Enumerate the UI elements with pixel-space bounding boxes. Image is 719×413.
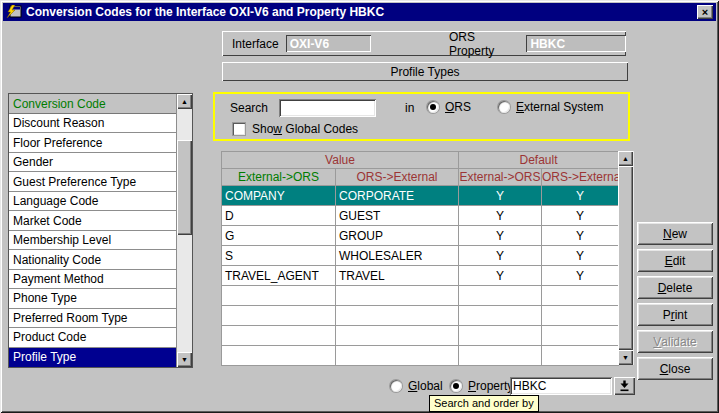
table-cell: Y — [459, 186, 542, 206]
radio-external-icon — [498, 101, 510, 113]
grid-scrollbar[interactable]: ▲ ▼ — [618, 151, 634, 365]
table-row[interactable]: GGROUPYY — [222, 226, 619, 246]
table-cell — [222, 306, 336, 326]
table-cell: CORPORATE — [336, 186, 459, 206]
col-header-ors-external[interactable]: ORS->External — [336, 169, 459, 186]
table-cell: Y — [542, 226, 619, 246]
scroll-up-icon[interactable]: ▲ — [618, 151, 633, 166]
list-item[interactable]: Product Code — [9, 328, 176, 347]
list-item[interactable]: Guest Preference Type — [9, 172, 176, 191]
list-scrollbar-thumb[interactable] — [177, 140, 192, 235]
profile-types-label: Profile Types — [390, 65, 459, 79]
radio-external-system[interactable]: External System — [498, 100, 603, 114]
scroll-down-icon[interactable]: ▼ — [618, 350, 633, 365]
table-cell: Y — [542, 246, 619, 266]
list-item[interactable]: Market Code — [9, 211, 176, 230]
table-row[interactable]: SWHOLESALERYY — [222, 246, 619, 266]
close-button[interactable]: Close — [637, 357, 713, 380]
close-icon[interactable]: × — [697, 5, 713, 19]
table-cell — [336, 326, 459, 346]
list-item[interactable]: Membership Level — [9, 231, 176, 250]
col-header-external-ors[interactable]: External->ORS — [222, 169, 336, 186]
search-panel: Search in ORS External System Show Globa… — [213, 92, 630, 141]
table-cell — [542, 286, 619, 306]
list-item[interactable]: Discount Reason — [9, 114, 176, 133]
group-header-default: Default — [459, 152, 619, 169]
list-item[interactable]: Floor Preference — [9, 133, 176, 152]
col-header-default-external-ors[interactable]: External->ORS — [459, 169, 542, 186]
scroll-down-icon[interactable]: ▼ — [177, 352, 192, 367]
table-row[interactable]: COMPANYCORPORATEYY — [222, 186, 619, 206]
table-cell: GROUP — [336, 226, 459, 246]
titlebar[interactable]: Conversion Codes for the Interface OXI-V… — [3, 3, 716, 21]
radio-ors[interactable]: ORS — [427, 100, 471, 114]
list-item[interactable]: Nationality Code — [9, 250, 176, 269]
table-cell: TRAVEL — [336, 266, 459, 286]
radio-property[interactable]: Property — [450, 379, 513, 393]
table-row — [222, 306, 619, 326]
new-button[interactable]: New — [637, 222, 713, 245]
radio-global-label: Global — [408, 379, 443, 393]
validate-button: Validate — [637, 330, 713, 353]
table-cell — [542, 326, 619, 346]
list-scrollbar[interactable]: ▲ ▼ — [176, 94, 192, 367]
table-row — [222, 286, 619, 306]
conversion-code-list: Conversion Code Discount ReasonFloor Pre… — [8, 93, 193, 368]
interface-label: Interface — [232, 37, 279, 51]
interface-panel: Interface OXI-V6 ORS Property HBKC — [222, 31, 626, 56]
radio-property-icon — [450, 380, 462, 392]
radio-ors-label: ORS — [445, 100, 471, 114]
table-cell: D — [222, 206, 336, 226]
table-cell: Y — [542, 206, 619, 226]
table-cell: Y — [459, 266, 542, 286]
table-cell: S — [222, 246, 336, 266]
search-label: Search — [230, 101, 268, 115]
table-cell — [336, 346, 459, 366]
show-global-codes-label: Show Global Codes — [252, 122, 358, 136]
ors-property-value-field: HBKC — [526, 35, 626, 52]
table-cell — [459, 346, 542, 366]
list-item[interactable]: Preferred Room Type — [9, 309, 176, 328]
table-cell — [336, 306, 459, 326]
ors-property-label: ORS Property — [449, 30, 520, 58]
scroll-up-icon[interactable]: ▲ — [177, 94, 192, 109]
table-row[interactable]: TRAVEL_AGENTTRAVELYY — [222, 266, 619, 286]
group-header-value: Value — [222, 152, 459, 169]
list-item[interactable]: Language Code — [9, 192, 176, 211]
list-item[interactable]: Payment Method — [9, 270, 176, 289]
table-cell: Y — [542, 266, 619, 286]
table-cell: Y — [459, 206, 542, 226]
lov-dropdown-button[interactable] — [614, 377, 635, 395]
tooltip: Search and order by — [429, 395, 539, 412]
conversion-code-header: Conversion Code — [9, 94, 176, 114]
list-item[interactable]: Profile Type — [9, 348, 176, 367]
table-cell: WHOLESALER — [336, 246, 459, 266]
search-input[interactable] — [279, 99, 376, 117]
table-cell — [542, 346, 619, 366]
radio-global[interactable]: Global — [390, 379, 443, 393]
list-item[interactable]: Phone Type — [9, 289, 176, 308]
print-button[interactable]: Print — [637, 303, 713, 326]
grid-scrollbar-thumb[interactable] — [618, 166, 633, 350]
radio-ors-icon — [427, 101, 439, 113]
window-title: Conversion Codes for the Interface OXI-V… — [26, 5, 384, 19]
table-cell — [459, 326, 542, 346]
table-row[interactable]: DGUESTYY — [222, 206, 619, 226]
interface-value-field: OXI-V6 — [286, 35, 371, 52]
table-cell: Y — [542, 186, 619, 206]
app-icon — [6, 5, 22, 19]
table-cell — [222, 346, 336, 366]
table-cell — [459, 306, 542, 326]
delete-button[interactable]: Delete — [637, 276, 713, 299]
property-input[interactable] — [510, 377, 612, 395]
table-cell: Y — [459, 246, 542, 266]
col-header-default-ors-external[interactable]: ORS->External — [542, 169, 619, 186]
list-item[interactable]: Gender — [9, 153, 176, 172]
profile-types-bar[interactable]: Profile Types — [222, 62, 628, 81]
edit-button[interactable]: Edit — [637, 249, 713, 272]
checkbox-icon — [233, 123, 245, 135]
show-global-codes-checkbox[interactable]: Show Global Codes — [233, 122, 358, 136]
table-cell — [459, 286, 542, 306]
down-arrow-icon — [619, 380, 630, 392]
table-cell: G — [222, 226, 336, 246]
